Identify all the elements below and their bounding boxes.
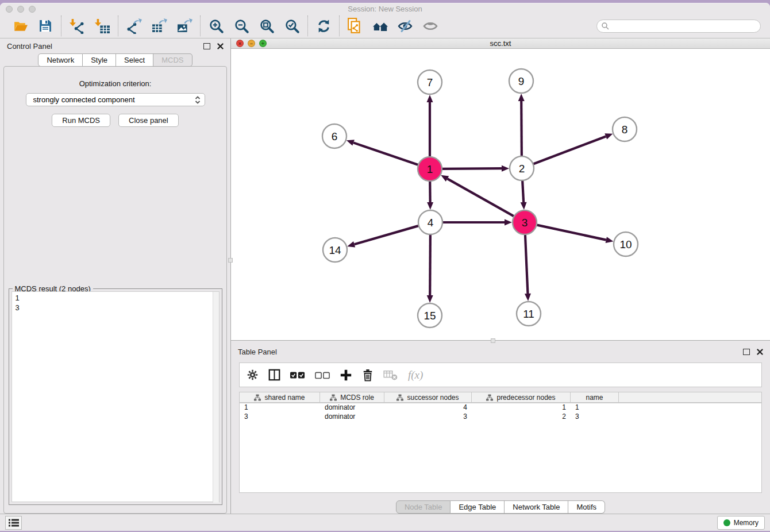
- trash-icon: [362, 369, 374, 381]
- tab-mcds[interactable]: MCDS: [153, 53, 192, 67]
- table-cell[interactable]: 2: [472, 413, 571, 422]
- show-all-button[interactable]: [423, 18, 439, 34]
- export-table-button[interactable]: [151, 18, 167, 34]
- table-settings-button[interactable]: [247, 369, 259, 381]
- graph-edge-1-2[interactable]: [442, 168, 502, 169]
- optimization-criterion-select[interactable]: strongly connected component: [26, 93, 205, 106]
- export-image-button[interactable]: [176, 18, 192, 34]
- open-folder-icon: [13, 18, 28, 34]
- network-graph[interactable]: 1234678910111415: [231, 49, 769, 338]
- new-network-from-selection-icon: [347, 18, 363, 34]
- graph-node-label: 3: [522, 217, 528, 229]
- graph-edge-2-3[interactable]: [522, 181, 523, 202]
- mcds-result-group: MCDS result (2 nodes) 1 3: [9, 288, 222, 505]
- tab-style[interactable]: Style: [83, 53, 116, 67]
- float-panel-icon[interactable]: [203, 43, 210, 49]
- import-table-button[interactable]: [94, 18, 110, 34]
- zoom-fit-button[interactable]: [259, 18, 275, 34]
- zoom-selected-button[interactable]: [284, 18, 300, 34]
- window-title: Session: New Session: [0, 3, 770, 14]
- hierarchy-icon: [486, 394, 493, 401]
- network-maximize-icon[interactable]: +: [259, 40, 267, 47]
- table-cell[interactable]: 1: [472, 403, 571, 413]
- search-input[interactable]: [609, 22, 756, 30]
- table-cell[interactable]: dominator: [320, 413, 384, 422]
- column-header-shared-name[interactable]: shared name: [240, 392, 320, 402]
- mcds-result-scrollbar[interactable]: [213, 292, 219, 503]
- save-session-button[interactable]: [37, 18, 53, 34]
- run-mcds-button[interactable]: Run MCDS: [52, 114, 110, 127]
- graph-node-label: 2: [519, 163, 525, 175]
- float-table-panel-icon[interactable]: [743, 349, 750, 355]
- column-header-successor-nodes[interactable]: successor nodes: [384, 392, 472, 402]
- hide-selected-button[interactable]: [398, 18, 414, 34]
- column-header-name[interactable]: name: [571, 392, 619, 402]
- graph-edge-arrowhead: [427, 95, 433, 102]
- minimize-window-icon[interactable]: [17, 6, 24, 13]
- graph-edge-arrowhead: [518, 94, 525, 101]
- column-layout-button[interactable]: [268, 369, 280, 381]
- graph-edge-arrowhead: [427, 202, 433, 210]
- splitter-grip-left[interactable]: [228, 258, 233, 263]
- export-table-icon: [152, 18, 167, 34]
- zoom-in-button[interactable]: [208, 18, 224, 34]
- graph-edge-2-9[interactable]: [521, 101, 522, 156]
- new-network-from-selection-button[interactable]: [347, 18, 363, 34]
- table-cell[interactable]: 4: [384, 403, 472, 413]
- graph-edge-1-6[interactable]: [353, 143, 418, 165]
- graph-edge-2-8[interactable]: [534, 137, 606, 164]
- network-view-window: × − + scc.txt 1234678910111415: [231, 38, 770, 341]
- function-builder-button[interactable]: f(x): [408, 369, 423, 381]
- column-header-predecessor-nodes[interactable]: predecessor nodes: [472, 392, 571, 402]
- refresh-button[interactable]: [315, 18, 332, 34]
- graph-node-label: 4: [428, 217, 434, 229]
- maximize-window-icon[interactable]: [29, 6, 36, 13]
- zoom-out-button[interactable]: [233, 18, 249, 34]
- control-panel: Control Panel NetworkStyleSelectMCDS Opt…: [0, 38, 231, 514]
- export-network-button[interactable]: [126, 18, 142, 34]
- tab-edge-table[interactable]: Edge Table: [451, 500, 505, 514]
- graph-edge-arrowhead: [346, 140, 355, 145]
- tab-motifs[interactable]: Motifs: [568, 500, 605, 514]
- open-session-button[interactable]: [12, 18, 28, 34]
- table-panel: Table Panel: [231, 341, 770, 514]
- close-table-panel-icon[interactable]: [757, 349, 763, 355]
- column-header-MCDS-role[interactable]: MCDS role: [320, 392, 384, 402]
- graph-edge-3-10[interactable]: [537, 225, 606, 240]
- table-cell[interactable]: dominator: [320, 403, 384, 413]
- tab-select[interactable]: Select: [116, 53, 153, 67]
- delete-table-button[interactable]: [383, 369, 398, 381]
- control-panel-tabs: NetworkStyleSelectMCDS: [0, 53, 230, 67]
- close-panel-button[interactable]: Close panel: [118, 114, 179, 127]
- unselect-all-button[interactable]: [315, 371, 330, 379]
- graph-edge-4-14[interactable]: [355, 226, 418, 244]
- table-cell[interactable]: 3: [240, 413, 320, 422]
- save-disk-icon: [38, 18, 53, 33]
- select-all-button[interactable]: [290, 371, 305, 379]
- table-cell[interactable]: 1: [240, 403, 320, 413]
- delete-column-button[interactable]: [362, 369, 374, 381]
- columns-icon: [268, 369, 280, 381]
- tab-node-table[interactable]: Node Table: [396, 500, 451, 514]
- network-close-icon[interactable]: ×: [236, 40, 244, 47]
- table-cell[interactable]: 1: [571, 403, 619, 413]
- import-network-button[interactable]: [69, 18, 85, 34]
- add-column-button[interactable]: [340, 369, 352, 381]
- graph-edge-3-11[interactable]: [525, 235, 528, 294]
- graph-edge-4-15[interactable]: [430, 235, 430, 295]
- first-neighbors-button[interactable]: [372, 18, 388, 34]
- network-minimize-icon[interactable]: −: [248, 40, 255, 47]
- table-cell[interactable]: 3: [571, 413, 619, 422]
- table-row[interactable]: 1dominator411: [240, 403, 761, 413]
- tab-network-table[interactable]: Network Table: [505, 500, 568, 514]
- graph-edge-3-1[interactable]: [447, 179, 513, 216]
- tab-network[interactable]: Network: [38, 53, 83, 67]
- memory-button[interactable]: Memory: [717, 516, 765, 530]
- table-cell[interactable]: 3: [384, 413, 472, 422]
- close-window-icon[interactable]: [6, 6, 13, 13]
- task-history-button[interactable]: [5, 516, 22, 530]
- table-row[interactable]: 3dominator323: [240, 413, 761, 422]
- close-panel-icon[interactable]: [217, 43, 224, 49]
- mcds-result-list[interactable]: 1 3: [11, 291, 220, 502]
- network-canvas[interactable]: 1234678910111415: [231, 49, 770, 340]
